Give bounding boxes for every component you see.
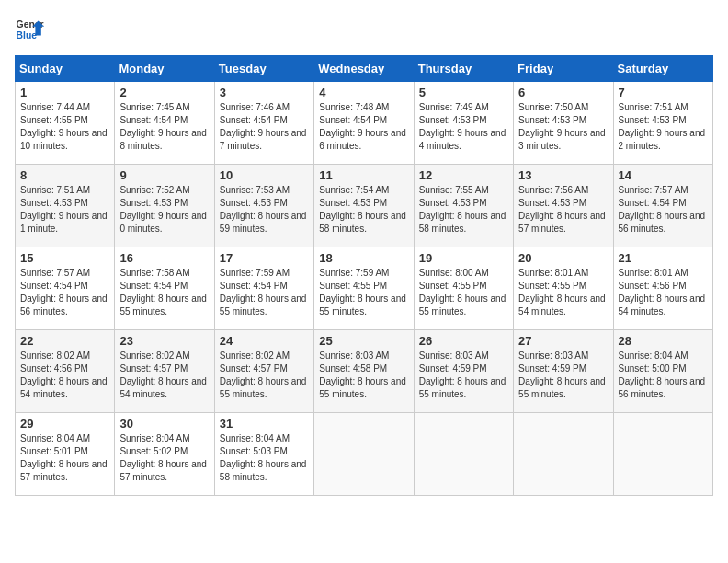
day-info: Sunrise: 7:56 AMSunset: 4:53 PMDaylight:…: [518, 185, 606, 234]
day-cell: 15 Sunrise: 7:57 AMSunset: 4:54 PMDaylig…: [16, 247, 115, 330]
day-number: 13: [518, 168, 608, 182]
day-cell: 6 Sunrise: 7:50 AMSunset: 4:53 PMDayligh…: [514, 82, 613, 165]
weekday-header-row: SundayMondayTuesdayWednesdayThursdayFrid…: [16, 56, 713, 82]
day-info: Sunrise: 8:01 AMSunset: 4:55 PMDaylight:…: [518, 268, 606, 316]
day-cell: 31 Sunrise: 8:04 AMSunset: 5:03 PMDaylig…: [214, 413, 313, 496]
day-cell: 22 Sunrise: 8:02 AMSunset: 4:56 PMDaylig…: [16, 330, 115, 413]
day-number: 6: [518, 86, 608, 99]
day-cell: 11 Sunrise: 7:54 AMSunset: 4:53 PMDaylig…: [314, 165, 414, 247]
day-info: Sunrise: 7:58 AMSunset: 4:54 PMDaylight:…: [119, 268, 207, 316]
day-cell: [414, 413, 513, 496]
weekday-header-thursday: Thursday: [414, 56, 513, 82]
day-cell: 8 Sunrise: 7:51 AMSunset: 4:53 PMDayligh…: [16, 165, 115, 247]
day-cell: 21 Sunrise: 8:01 AMSunset: 4:56 PMDaylig…: [613, 247, 712, 330]
weekday-header-friday: Friday: [514, 56, 613, 82]
day-info: Sunrise: 7:57 AMSunset: 4:54 PMDaylight:…: [619, 185, 706, 234]
day-cell: [514, 413, 613, 496]
day-cell: 24 Sunrise: 8:02 AMSunset: 4:57 PMDaylig…: [214, 330, 313, 413]
day-info: Sunrise: 8:02 AMSunset: 4:57 PMDaylight:…: [220, 350, 307, 399]
day-info: Sunrise: 7:55 AMSunset: 4:53 PMDaylight:…: [419, 185, 506, 234]
day-number: 12: [419, 168, 508, 182]
day-info: Sunrise: 8:01 AMSunset: 4:56 PMDaylight:…: [619, 268, 706, 316]
day-cell: 29 Sunrise: 8:04 AMSunset: 5:01 PMDaylig…: [16, 413, 115, 496]
day-number: 30: [119, 417, 209, 431]
day-number: 27: [518, 334, 608, 348]
day-number: 16: [119, 251, 209, 265]
day-number: 20: [518, 251, 608, 265]
day-number: 5: [419, 86, 508, 99]
day-info: Sunrise: 8:03 AMSunset: 4:59 PMDaylight:…: [518, 350, 606, 399]
day-info: Sunrise: 8:03 AMSunset: 4:59 PMDaylight:…: [419, 350, 506, 399]
day-number: 22: [20, 334, 109, 348]
day-number: 19: [419, 251, 508, 265]
day-cell: 30 Sunrise: 8:04 AMSunset: 5:02 PMDaylig…: [115, 413, 214, 496]
day-info: Sunrise: 7:51 AMSunset: 4:53 PMDaylight:…: [619, 102, 706, 151]
day-info: Sunrise: 8:03 AMSunset: 4:58 PMDaylight:…: [319, 350, 406, 399]
svg-text:Blue: Blue: [17, 30, 38, 40]
day-number: 17: [220, 251, 309, 265]
day-info: Sunrise: 7:54 AMSunset: 4:53 PMDaylight:…: [319, 185, 406, 234]
day-info: Sunrise: 7:59 AMSunset: 4:54 PMDaylight:…: [220, 268, 307, 316]
calendar-table: SundayMondayTuesdayWednesdayThursdayFrid…: [15, 55, 713, 496]
day-number: 4: [319, 86, 408, 99]
day-info: Sunrise: 7:59 AMSunset: 4:55 PMDaylight:…: [319, 268, 406, 316]
day-cell: 5 Sunrise: 7:49 AMSunset: 4:53 PMDayligh…: [414, 82, 513, 165]
day-number: 10: [220, 168, 309, 182]
day-info: Sunrise: 7:45 AMSunset: 4:54 PMDaylight:…: [119, 102, 207, 151]
week-row-1: 1 Sunrise: 7:44 AMSunset: 4:55 PMDayligh…: [16, 82, 713, 165]
logo-icon: General Blue: [15, 15, 44, 44]
day-info: Sunrise: 7:53 AMSunset: 4:53 PMDaylight:…: [220, 185, 307, 234]
day-cell: 25 Sunrise: 8:03 AMSunset: 4:58 PMDaylig…: [314, 330, 414, 413]
day-cell: 3 Sunrise: 7:46 AMSunset: 4:54 PMDayligh…: [214, 82, 313, 165]
day-info: Sunrise: 8:04 AMSunset: 5:00 PMDaylight:…: [619, 350, 706, 399]
day-cell: 2 Sunrise: 7:45 AMSunset: 4:54 PMDayligh…: [115, 82, 214, 165]
day-number: 31: [220, 417, 309, 431]
day-number: 21: [619, 251, 708, 265]
day-info: Sunrise: 8:02 AMSunset: 4:57 PMDaylight:…: [119, 350, 207, 399]
day-cell: 18 Sunrise: 7:59 AMSunset: 4:55 PMDaylig…: [314, 247, 414, 330]
day-info: Sunrise: 7:50 AMSunset: 4:53 PMDaylight:…: [518, 102, 606, 151]
week-row-2: 8 Sunrise: 7:51 AMSunset: 4:53 PMDayligh…: [16, 165, 713, 247]
day-cell: 28 Sunrise: 8:04 AMSunset: 5:00 PMDaylig…: [613, 330, 712, 413]
day-cell: 4 Sunrise: 7:48 AMSunset: 4:54 PMDayligh…: [314, 82, 414, 165]
day-cell: [314, 413, 414, 496]
day-info: Sunrise: 8:04 AMSunset: 5:02 PMDaylight:…: [119, 433, 207, 482]
day-cell: 19 Sunrise: 8:00 AMSunset: 4:55 PMDaylig…: [414, 247, 513, 330]
day-number: 23: [119, 334, 209, 348]
weekday-header-monday: Monday: [115, 56, 214, 82]
day-cell: 10 Sunrise: 7:53 AMSunset: 4:53 PMDaylig…: [214, 165, 313, 247]
day-number: 29: [20, 417, 109, 431]
day-cell: 27 Sunrise: 8:03 AMSunset: 4:59 PMDaylig…: [514, 330, 613, 413]
day-info: Sunrise: 8:00 AMSunset: 4:55 PMDaylight:…: [419, 268, 506, 316]
day-info: Sunrise: 8:02 AMSunset: 4:56 PMDaylight:…: [20, 350, 108, 399]
day-info: Sunrise: 7:57 AMSunset: 4:54 PMDaylight:…: [20, 268, 108, 316]
day-number: 9: [119, 168, 209, 182]
day-number: 3: [220, 86, 309, 99]
day-number: 28: [619, 334, 708, 348]
day-cell: 12 Sunrise: 7:55 AMSunset: 4:53 PMDaylig…: [414, 165, 513, 247]
day-number: 7: [619, 86, 708, 99]
weekday-header-tuesday: Tuesday: [214, 56, 313, 82]
day-info: Sunrise: 7:44 AMSunset: 4:55 PMDaylight:…: [20, 102, 108, 151]
day-info: Sunrise: 7:52 AMSunset: 4:53 PMDaylight:…: [119, 185, 207, 234]
day-number: 25: [319, 334, 408, 348]
day-number: 2: [119, 86, 209, 99]
day-number: 1: [20, 86, 109, 99]
day-cell: 20 Sunrise: 8:01 AMSunset: 4:55 PMDaylig…: [514, 247, 613, 330]
week-row-3: 15 Sunrise: 7:57 AMSunset: 4:54 PMDaylig…: [16, 247, 713, 330]
weekday-header-saturday: Saturday: [613, 56, 712, 82]
weekday-header-wednesday: Wednesday: [314, 56, 414, 82]
day-cell: 1 Sunrise: 7:44 AMSunset: 4:55 PMDayligh…: [16, 82, 115, 165]
week-row-5: 29 Sunrise: 8:04 AMSunset: 5:01 PMDaylig…: [16, 413, 713, 496]
day-cell: 17 Sunrise: 7:59 AMSunset: 4:54 PMDaylig…: [214, 247, 313, 330]
day-number: 14: [619, 168, 708, 182]
day-cell: 14 Sunrise: 7:57 AMSunset: 4:54 PMDaylig…: [613, 165, 712, 247]
day-number: 18: [319, 251, 408, 265]
day-number: 8: [20, 168, 109, 182]
day-cell: 7 Sunrise: 7:51 AMSunset: 4:53 PMDayligh…: [613, 82, 712, 165]
day-cell: 9 Sunrise: 7:52 AMSunset: 4:53 PMDayligh…: [115, 165, 214, 247]
day-info: Sunrise: 7:51 AMSunset: 4:53 PMDaylight:…: [20, 185, 108, 234]
day-info: Sunrise: 7:49 AMSunset: 4:53 PMDaylight:…: [419, 102, 506, 151]
day-cell: 13 Sunrise: 7:56 AMSunset: 4:53 PMDaylig…: [514, 165, 613, 247]
logo: General Blue: [15, 15, 44, 44]
